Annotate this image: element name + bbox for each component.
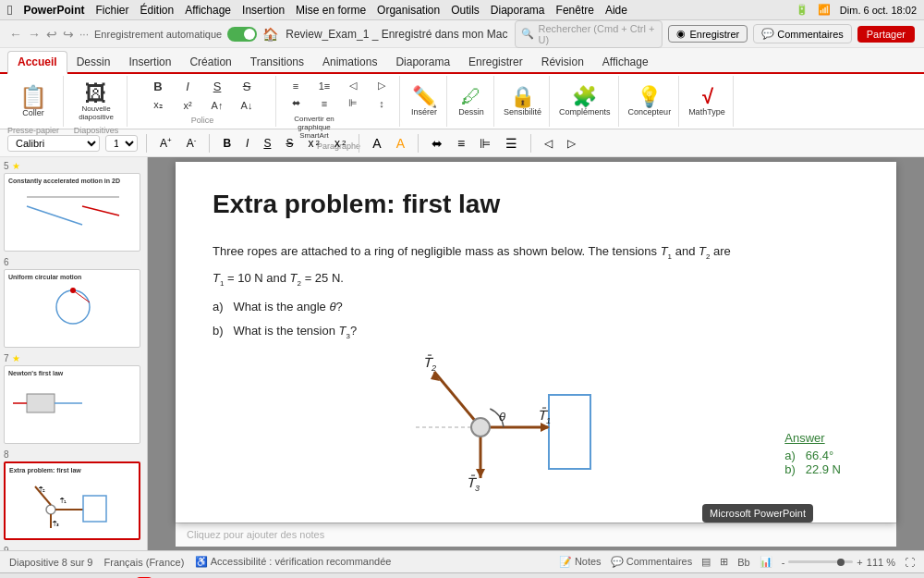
line-spacing-button[interactable]: ↕ (368, 95, 395, 111)
align-center-tool[interactable]: ≡ (453, 134, 469, 153)
menu-affichage[interactable]: Affichage (185, 4, 231, 17)
menu-diaporama[interactable]: Diaporama (491, 4, 545, 17)
slide-thumb-img-5[interactable]: Constantly accelerated motion in 2D (4, 173, 140, 252)
slide-thumbnail-7[interactable]: 7 ★ Newton's first law (4, 353, 143, 444)
insert-icon: ✏️ (412, 87, 437, 107)
slide-thumb-img-6[interactable]: Uniform circular motion (4, 269, 140, 348)
subscript-button[interactable]: x₂ (144, 97, 172, 113)
tab-animations[interactable]: Animations (313, 52, 386, 72)
subscript-tool[interactable]: x2 (303, 135, 323, 152)
font-color-btn[interactable]: A (368, 134, 385, 153)
align-right-button[interactable]: ⊫ (339, 95, 367, 111)
sensibilite-button[interactable]: 🔒 Sensibilité (500, 78, 545, 125)
tab-diaporama[interactable]: Diaporama (386, 52, 459, 72)
tab-insertion[interactable]: Insertion (119, 52, 180, 72)
font-size-selector[interactable]: 18 (105, 135, 138, 152)
zoom-in-icon[interactable]: + (857, 557, 862, 568)
undo-icon[interactable]: ↩ (46, 27, 57, 42)
strikethrough-button[interactable]: S (233, 78, 261, 95)
fullscreen-icon[interactable]: ⛶ (905, 557, 915, 568)
zoom-bar[interactable]: - + 111 % (782, 557, 895, 568)
strikethrough-tool[interactable]: S (281, 135, 298, 152)
share-button[interactable]: Partager (857, 26, 915, 43)
align-justify-tool[interactable]: ☰ (501, 134, 522, 153)
view-normal-icon[interactable]: ▤ (701, 556, 711, 568)
slide-thumbnail-5[interactable]: 5 ★ Constantly accelerated motion in 2D (4, 161, 143, 252)
notes-button[interactable]: 📝 Notes (559, 556, 602, 568)
comments-button[interactable]: 💬 Commentaires (753, 24, 852, 43)
menu-organisation[interactable]: Organisation (377, 4, 440, 17)
inserer-button[interactable]: ✏️ Insérer (406, 78, 443, 125)
superscript-button[interactable]: x² (174, 98, 201, 113)
concepteur-button[interactable]: 💡 Concepteur (625, 78, 675, 125)
slide-body-line2: T1 = 10 N and T2 = 25 N. (213, 268, 859, 289)
view-chart-icon[interactable]: 📊 (760, 556, 772, 568)
increase-indent-tool[interactable]: ▷ (563, 135, 580, 152)
highlight-btn[interactable]: A (392, 134, 409, 153)
view-grid-icon[interactable]: ⊞ (720, 556, 728, 568)
slide-thumbnail-8[interactable]: 8 Extra problem: first law (4, 449, 143, 540)
zoom-slider[interactable] (788, 560, 853, 563)
coller-button[interactable]: 📋 Coller (15, 78, 52, 126)
nouvelle-diapositive-button[interactable]: 🖼 Nouvelle diapositive (69, 78, 123, 126)
forward-icon[interactable]: → (28, 27, 41, 42)
comments-status-button[interactable]: 💬 Commentaires (611, 556, 693, 568)
slide-panel[interactable]: 5 ★ Constantly accelerated motion in 2D … (0, 157, 148, 550)
italic-tool[interactable]: I (241, 135, 253, 152)
menu-fichier[interactable]: Fichier (96, 4, 129, 17)
tab-accueil[interactable]: Accueil (7, 51, 67, 74)
tab-creation[interactable]: Création (180, 52, 240, 72)
tab-revision[interactable]: Révision (532, 52, 593, 72)
slide-area[interactable]: Extra problem: first law Three ropes are… (176, 162, 896, 523)
zoom-out-icon[interactable]: - (782, 557, 785, 568)
align-left-button[interactable]: ⬌ (282, 95, 310, 111)
underline-tool[interactable]: S (259, 135, 275, 152)
menu-aide[interactable]: Aide (605, 4, 627, 17)
increase-font-button[interactable]: A↑ (203, 98, 231, 113)
decrease-indent-tool[interactable]: ◁ (540, 135, 557, 152)
decrease-font-button[interactable]: A↓ (233, 98, 261, 113)
dessin-button[interactable]: 🖊 Dessin (453, 78, 490, 125)
font-selector[interactable]: Calibri (7, 135, 100, 152)
menu-mise-en-forme[interactable]: Mise en forme (296, 4, 366, 17)
enregistrer-button[interactable]: ◉ Enregistrer (668, 25, 748, 43)
tab-transitions[interactable]: Transitions (241, 52, 313, 72)
slide-thumbnail-9[interactable]: 9 Extra problem: kinematics (4, 546, 143, 550)
decrease-font-btn[interactable]: A- (182, 134, 201, 152)
increase-indent-button[interactable]: ▷ (368, 78, 395, 93)
slide-thumb-img-8[interactable]: Extra problem: first law (4, 461, 140, 540)
mathtype-button[interactable]: √ MathType (685, 78, 729, 125)
more-icon[interactable]: ··· (79, 28, 89, 41)
autosave-toggle[interactable] (227, 27, 257, 42)
slide-thumb-img-7[interactable]: Newton's first law (4, 365, 140, 444)
tab-dessin[interactable]: Dessin (67, 52, 120, 72)
menu-outils[interactable]: Outils (451, 4, 480, 17)
apple-logo-icon[interactable]:  (7, 2, 12, 18)
decrease-indent-button[interactable]: ◁ (339, 78, 367, 93)
redo-icon[interactable]: ↪ (63, 27, 74, 42)
menu-insertion[interactable]: Insertion (242, 4, 285, 17)
align-right-tool[interactable]: ⊫ (475, 134, 495, 153)
superscript-tool[interactable]: x2 (330, 135, 350, 152)
numbering-button[interactable]: 1≡ (310, 78, 338, 93)
italic-button[interactable]: I (174, 78, 201, 95)
wifi-icon: 📶 (818, 4, 831, 16)
back-icon[interactable]: ← (9, 27, 22, 42)
view-bb-icon[interactable]: Bb (737, 557, 749, 568)
align-left-tool[interactable]: ⬌ (427, 134, 447, 153)
menu-fenetre[interactable]: Fenêtre (556, 4, 594, 17)
slide-notes[interactable]: Cliquez pour ajouter des notes (176, 523, 896, 547)
align-center-button[interactable]: ≡ (310, 95, 338, 111)
bullets-button[interactable]: ≡ (282, 78, 310, 93)
search-bar[interactable]: 🔍 Rechercher (Cmd + Ctrl + U) (515, 20, 663, 48)
tab-enregistrer[interactable]: Enregistrer (459, 52, 532, 72)
complements-button[interactable]: 🧩 Compléments (555, 78, 614, 125)
menu-edition[interactable]: Édition (140, 4, 175, 17)
home-icon[interactable]: 🏠 (262, 27, 278, 42)
underline-button[interactable]: S (203, 78, 231, 95)
bold-tool[interactable]: B (218, 135, 236, 152)
slide-thumbnail-6[interactable]: 6 Uniform circular motion (4, 257, 143, 348)
increase-font-btn[interactable]: A+ (155, 134, 176, 152)
bold-button[interactable]: B (144, 78, 172, 95)
tab-affichage[interactable]: Affichage (593, 52, 658, 72)
